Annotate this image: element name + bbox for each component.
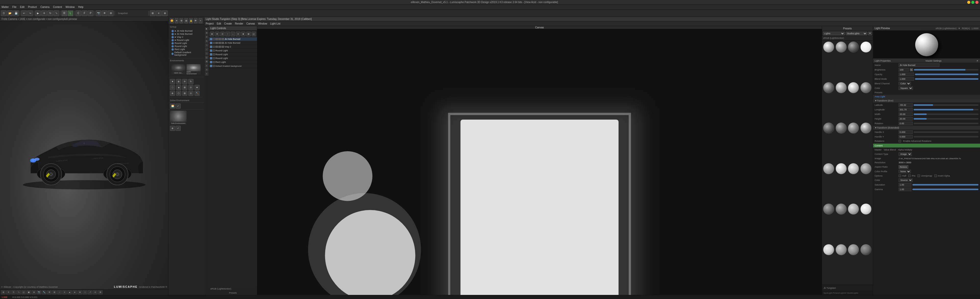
opacity-input[interactable] (899, 73, 914, 76)
ll-eye-8[interactable] (210, 65, 212, 67)
env-ctrl-btn-8[interactable]: ⊙ (188, 85, 193, 90)
menu-edit[interactable]: Edit (20, 6, 24, 8)
ll-eye-4[interactable] (210, 49, 212, 52)
env-ctrl-btn-13[interactable]: ⊙ (188, 91, 193, 96)
preset-23[interactable] (848, 244, 859, 255)
preset-24[interactable] (860, 244, 872, 255)
preset-17[interactable] (823, 203, 834, 215)
env-thumb-2[interactable]: HDRI Environment (186, 64, 200, 74)
env-thumb-1[interactable]: HDRI Ste... (172, 64, 186, 74)
ll-row-2[interactable]: Jk Hole Burned (209, 41, 257, 45)
toolbar-open[interactable]: 📂 (7, 11, 13, 16)
preset-14[interactable] (835, 163, 847, 174)
vp-btn-1[interactable]: ⊞ (1, 290, 6, 294)
sat-slider[interactable] (912, 184, 978, 185)
toolbar-move[interactable]: ✛ (41, 11, 47, 16)
preset-3[interactable] (848, 42, 859, 53)
menu-product[interactable]: Product (28, 6, 37, 8)
lc-btn-4[interactable]: ↑ (225, 32, 230, 36)
ls-menu-create[interactable]: Create (224, 22, 232, 25)
preset-22[interactable] (835, 244, 847, 255)
invertalpha-checkbox[interactable] (934, 174, 937, 177)
env-ctrl-btn-5[interactable]: □ (170, 85, 175, 90)
ls-menu-project[interactable]: Project (206, 22, 213, 25)
vp-btn-18[interactable]: ↗ (88, 290, 92, 294)
ls-tb-5[interactable]: ⤡ (205, 43, 208, 47)
opacity-slider[interactable] (915, 74, 978, 75)
vp-btn-15[interactable]: ● (73, 290, 77, 294)
solve-btn-2[interactable]: ✓ (176, 104, 181, 109)
name-input[interactable] (899, 63, 939, 67)
toolbar-settings[interactable]: ⚙ (108, 11, 114, 16)
toolbar-cam2[interactable]: F (82, 11, 87, 16)
transform-env-header[interactable]: ▼ Transform (Env) (873, 99, 980, 103)
lat-input[interactable] (899, 103, 913, 107)
blendmode-input[interactable] (899, 77, 914, 81)
ls-menu-render[interactable]: Render (235, 22, 243, 25)
solve-btn-1[interactable]: 🌅 (170, 104, 175, 109)
env-eye-7[interactable] (172, 48, 174, 51)
toolbar-extra-1[interactable]: ⊞ (150, 11, 156, 16)
ll-eye-2[interactable] (210, 42, 212, 44)
color-select[interactable]: Square (899, 86, 913, 90)
ls-tb-6[interactable]: ○ (205, 48, 208, 51)
vp-btn-13[interactable]: ≡ (62, 290, 67, 294)
env-btn-face[interactable]: 😊 (170, 18, 174, 23)
toolbar-cam1[interactable]: C (76, 11, 81, 16)
gamma-input[interactable] (899, 187, 912, 191)
rot-slider[interactable] (914, 123, 978, 124)
vp-btn-20[interactable]: ⊞ (98, 290, 103, 294)
env-ctrl-btn-4[interactable]: ↻ (188, 79, 193, 84)
ls-tb-7[interactable]: □ (205, 52, 208, 55)
brightness-slider[interactable] (914, 69, 978, 70)
ll-eye-3[interactable] (210, 45, 212, 48)
ls-menu-lightlist[interactable]: Light List (270, 22, 280, 25)
preset-2[interactable] (835, 42, 847, 53)
ls-tb-2[interactable]: ⊕ (205, 31, 208, 35)
menu-window[interactable]: Window (65, 6, 75, 8)
contenttype-select[interactable]: Image (899, 152, 912, 156)
env-ctrl-btn-12[interactable]: ⊞ (182, 91, 187, 96)
ls-tb-12[interactable]: ? (205, 72, 208, 76)
ll-row-4[interactable]: Round Light (209, 49, 257, 53)
vp-btn-7[interactable]: ⊕ (32, 290, 36, 294)
vp-btn-9[interactable]: 🔧 (42, 290, 46, 294)
handlex-input[interactable] (899, 130, 913, 134)
pre-checkbox[interactable] (908, 174, 911, 177)
env-btn-lock[interactable]: 🔒 (189, 18, 193, 23)
viewport-3d[interactable]: ◇ LUMISCAPHE LUMISCAPHE LUMISCAPHE ✂ Eil… (0, 21, 168, 289)
env-ctrl-btn-9[interactable]: ★ (194, 85, 200, 90)
lc-btn-7[interactable]: ★ (241, 32, 245, 36)
height-input[interactable] (899, 117, 913, 121)
vp-btn-3[interactable]: ↻ (11, 290, 16, 294)
ls-tb-1[interactable]: ▶ (205, 27, 208, 31)
vp-btn-16[interactable]: ⊕ (78, 290, 82, 294)
toolbar-new[interactable]: 🗋 (1, 11, 6, 16)
lon-input[interactable] (899, 108, 913, 112)
minimize-button[interactable] (967, 1, 970, 4)
vp-btn-11[interactable]: ⊞ (52, 290, 57, 294)
lat-slider[interactable] (914, 104, 978, 106)
vp-btn-2[interactable]: ✛ (6, 290, 11, 294)
env-btn-grid[interactable]: ⊞ (184, 18, 188, 23)
toolbar-save[interactable]: 💾 (13, 11, 19, 16)
ll-eye-6[interactable] (210, 57, 212, 59)
env-ctrl-btn-14[interactable]: 🔨 (194, 91, 200, 96)
toolbar-select[interactable]: ▶ (35, 11, 41, 16)
ls-tb-4[interactable]: ↻ (205, 39, 208, 43)
env-btn-eye[interactable]: 👁 (194, 18, 198, 23)
lc-btn-8[interactable]: ⊞ (246, 32, 251, 36)
presets-nav-btn-1[interactable]: ▼ (868, 32, 872, 35)
preset-19[interactable] (848, 203, 859, 215)
vp-btn-14[interactable]: ▲ (67, 290, 72, 294)
ll-row-3[interactable]: Vray 2 (209, 45, 257, 49)
preset-13[interactable] (823, 163, 834, 174)
area-light-header[interactable]: Area Light (873, 94, 980, 99)
preset-18[interactable] (835, 203, 847, 215)
unmipmap-checkbox[interactable] (918, 174, 920, 177)
solo-env-btn-2[interactable]: ✓ (176, 126, 181, 131)
vp-btn-4[interactable]: ⤡ (16, 290, 21, 294)
ls-menu-canvas[interactable]: Canvas (246, 22, 255, 25)
env-eye-2[interactable] (172, 33, 174, 35)
handley-input[interactable] (899, 135, 913, 139)
